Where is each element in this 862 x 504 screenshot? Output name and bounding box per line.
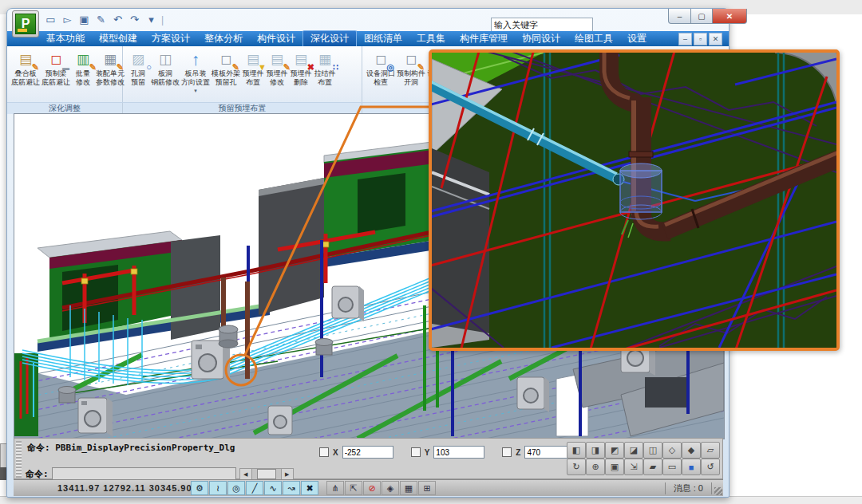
embed-edit-icon: ▤✎	[266, 49, 288, 69]
redo-icon[interactable]: ↷	[128, 13, 141, 26]
hook-snap-icon[interactable]: ≀	[209, 481, 227, 495]
y-input[interactable]	[433, 446, 484, 459]
intersection-snap-icon[interactable]: ✖	[301, 481, 318, 495]
title-bar[interactable]: P ▭ ▻ ▣ ✎ ↶ ↷ ▾ | – ▢ ✕	[7, 9, 729, 31]
btn-beam-rebar-avoid[interactable]: ◻▬ 预制梁 底筋避让	[42, 49, 70, 88]
desktop: { "app": { "logo_letter": "P", "search_v…	[0, 0, 862, 504]
maximize-button[interactable]: ▢	[691, 9, 713, 24]
btn-component-opening[interactable]: ◻✎ 预制构件 开洞	[397, 49, 425, 88]
doc-restore-button[interactable]: ▫	[694, 33, 707, 45]
doc-minimize-button[interactable]: –	[678, 33, 692, 45]
btn-embed-edit[interactable]: ▤✎ 预埋件 修改	[266, 49, 288, 88]
tab-deepen-active[interactable]: 深化设计	[302, 30, 357, 48]
tab-scheme[interactable]: 方案设计	[144, 30, 197, 47]
command-panel: 命令: PBBim_DisplayPrecisionProperty_Dlg 命…	[14, 438, 723, 479]
tab-component[interactable]: 构件设计	[250, 30, 302, 47]
btn-opening-check[interactable]: ◻◎ 设备洞口 检查	[366, 49, 395, 88]
view-iso-sw-icon[interactable]: ◆	[682, 442, 701, 459]
x-input[interactable]	[342, 446, 393, 459]
scroll-left-icon[interactable]: ◀	[240, 469, 252, 479]
ucs-rotate-icon[interactable]: ↺	[701, 459, 720, 475]
ribbon-tab-bar: 基本功能 模型创建 方案设计 整体分析 构件设计 深化设计 图纸清单 工具集 构…	[7, 31, 729, 46]
document-window-controls: – ▫ ✕	[678, 33, 722, 45]
tab-analysis[interactable]: 整体分析	[197, 30, 250, 47]
minimize-button[interactable]: –	[668, 9, 691, 24]
tangent-snap-icon[interactable]: ↝	[283, 481, 300, 495]
embed-delete-icon: ▤✖	[290, 49, 312, 69]
resize-grip-icon[interactable]	[714, 487, 722, 495]
btn-unit-params-edit[interactable]: ▦✎ 装配单元 参数修改	[96, 49, 125, 88]
btn-hole-reserve[interactable]: ▨○ 孔洞 预留	[127, 49, 149, 88]
btn-lift-direction[interactable]: ↑ 板吊装 方向设置 ▾	[181, 49, 210, 94]
view-top-icon[interactable]: ◫	[643, 442, 662, 459]
view-button-grid: ◧ ◨ ◩ ◪ ◫ ◇ ◆ ▱ ↻ ⊕ ▣ ⇲ ▰ ▭ ■ ↺	[567, 442, 719, 474]
batch-edit-icon: ▥✎	[72, 49, 94, 69]
new-file-icon[interactable]: ▭	[44, 13, 57, 26]
tab-model-create[interactable]: 模型创建	[92, 30, 144, 47]
disable-snap-icon[interactable]: ⊘	[363, 481, 381, 495]
btn-slab-rebar-avoid[interactable]: ▤✎ 叠合板 底筋避让	[11, 49, 40, 88]
osnap-settings-icon[interactable]: ⚙	[191, 481, 208, 495]
tab-settings[interactable]: 设置	[620, 30, 654, 47]
z-label: Z	[516, 448, 520, 457]
center-snap-icon[interactable]: ◎	[227, 481, 245, 495]
slab-rebar-avoid-icon: ▤✎	[14, 49, 37, 69]
zoom-window-icon[interactable]: ⇲	[624, 459, 643, 475]
y-checkbox[interactable]	[411, 447, 421, 457]
btn-embed-place[interactable]: ▤▼ 预埋件 布置	[242, 49, 264, 88]
btn-batch-edit[interactable]: ▥✎ 批量 修改	[72, 49, 94, 88]
close-button[interactable]: ✕	[713, 9, 747, 24]
slab-hole-rebar-icon: ◫	[154, 49, 176, 69]
sphere-3d-icon[interactable]: ◈	[382, 481, 399, 495]
view-left-icon[interactable]: ◩	[605, 442, 624, 459]
tab-library[interactable]: 构件库管理	[453, 30, 515, 47]
doc-close-button[interactable]: ✕	[709, 33, 722, 45]
btn-embed-delete[interactable]: ▤✖ 预埋件 删除	[290, 49, 312, 88]
tab-basic[interactable]: 基本功能	[39, 30, 92, 47]
tab-tools[interactable]: 工具集	[409, 30, 453, 47]
qat-more-icon[interactable]: ▾	[144, 13, 158, 26]
panel-grip[interactable]	[16, 441, 22, 478]
view-iso-ne-icon[interactable]: ◇	[662, 442, 682, 459]
view-prev-icon[interactable]: ▰	[643, 459, 662, 475]
component-opening-icon: ◻✎	[400, 49, 422, 69]
btn-formwork-hole[interactable]: ◻✎ 模板外架 预留孔	[212, 49, 240, 88]
group-deepen-adjust: ▤✎ 叠合板 底筋避让 ◻▬ 预制梁 底筋避让 ▥✎ 批量 修改 ▦✎ 装配单元	[7, 46, 123, 102]
pan-icon[interactable]: ⊕	[586, 459, 605, 475]
save-icon[interactable]: ▣	[77, 13, 91, 26]
view-right-icon[interactable]: ◪	[624, 442, 643, 459]
scroll-thumb[interactable]	[257, 469, 276, 479]
z-checkbox[interactable]	[502, 447, 512, 457]
nearest-snap-icon[interactable]: ∿	[264, 481, 282, 495]
undo-icon[interactable]: ↶	[111, 13, 125, 26]
view-back-icon[interactable]: ◨	[586, 442, 605, 459]
chevron-down-icon: ▾	[194, 88, 197, 94]
crosshair-icon[interactable]: ⊞	[418, 481, 436, 495]
view-bottom-icon[interactable]: ▱	[701, 442, 720, 459]
group-label-deepen: 深化调整	[7, 103, 123, 114]
app-menu-button[interactable]: P	[12, 10, 39, 37]
view-front-icon[interactable]: ◧	[567, 442, 586, 459]
grid-toggle-icon[interactable]: ▦	[400, 481, 417, 495]
btn-slab-hole-rebar[interactable]: ◫ 板洞 钢筋修改	[151, 49, 180, 88]
btn-tie-place[interactable]: ▦∷ 拉结件 布置	[314, 49, 336, 88]
open-file-icon[interactable]: ▻	[61, 13, 74, 26]
save-edit-icon[interactable]: ✎	[94, 13, 108, 26]
tab-collab[interactable]: 协同设计	[515, 30, 567, 47]
view-next-icon[interactable]: ▭	[662, 459, 682, 475]
axis-tripod-icon[interactable]: ⋔	[326, 481, 344, 495]
status-bar: 13411.97 12792.11 30345.90 ⚙ ≀ ◎ ╱ ∿ ↝ ✖…	[14, 479, 723, 496]
command-scrollbar[interactable]: ◀ ▶	[239, 468, 294, 480]
view-flag-icon[interactable]: ⇱	[345, 481, 362, 495]
coordinate-panel: X Y Z	[319, 446, 575, 459]
tab-draw-tools[interactable]: 绘图工具	[567, 30, 620, 47]
endpoint-snap-icon[interactable]: ╱	[246, 481, 263, 495]
zoom-fit-icon[interactable]: ▣	[605, 459, 624, 475]
orbit-icon[interactable]: ↻	[567, 459, 586, 475]
lift-direction-icon: ↑	[184, 49, 207, 69]
scroll-right-icon[interactable]: ▶	[281, 469, 293, 479]
tab-drawings[interactable]: 图纸清单	[357, 30, 409, 47]
shade-mode-icon[interactable]: ■	[682, 459, 701, 475]
x-checkbox[interactable]	[319, 447, 329, 457]
beam-rebar-avoid-icon: ◻▬	[45, 49, 67, 69]
